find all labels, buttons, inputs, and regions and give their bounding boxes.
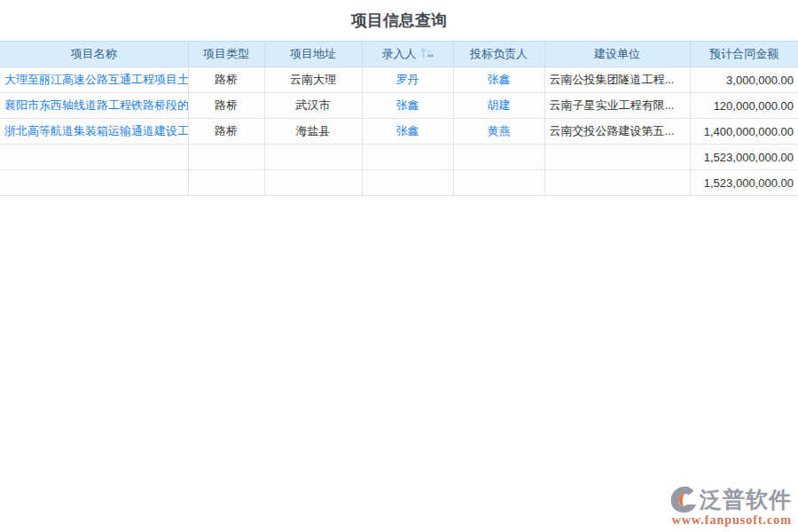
col-header-label: 投标负责人 bbox=[470, 47, 528, 60]
col-header-project-type[interactable]: 项目类型 bbox=[188, 42, 264, 67]
bid-manager-cell: 胡建 bbox=[453, 93, 544, 119]
entry-person-cell: 张鑫 bbox=[362, 119, 453, 145]
empty-cell bbox=[0, 170, 188, 196]
project-type-cell: 路桥 bbox=[188, 93, 264, 119]
empty-cell bbox=[362, 145, 453, 170]
project-type-cell: 路桥 bbox=[188, 119, 264, 145]
empty-cell bbox=[188, 145, 264, 170]
col-header-label: 项目名称 bbox=[71, 47, 117, 60]
project-name-cell: 浙北高等航道集装箱运输通道建设工 bbox=[0, 119, 188, 145]
empty-cell bbox=[362, 170, 453, 196]
bid-manager-link[interactable]: 胡建 bbox=[488, 98, 511, 112]
table-row: 大理至丽江高速公路互通工程项目土 路桥 云南大理 罗丹 张鑫 云南公投集团隧道工… bbox=[0, 67, 798, 93]
col-header-construction-unit[interactable]: 建设单位 bbox=[544, 42, 690, 67]
amount-cell: 3,000,000.00 bbox=[690, 67, 798, 93]
project-info-table: 项目名称 项目类型 项目地址 录入人 投标负责人 建设单位 bbox=[0, 41, 798, 196]
total-row: 1,523,000,000.00 bbox=[0, 170, 798, 196]
project-name-cell: 大理至丽江高速公路互通工程项目土 bbox=[0, 67, 188, 93]
project-address-cell: 海盐县 bbox=[264, 119, 362, 145]
col-header-label: 预计合同金额 bbox=[709, 47, 778, 60]
empty-cell bbox=[0, 145, 188, 170]
project-name-link[interactable]: 大理至丽江高速公路互通工程项目土 bbox=[4, 73, 188, 86]
col-header-label: 录入人 bbox=[382, 47, 417, 60]
bid-manager-link[interactable]: 黄燕 bbox=[488, 124, 511, 137]
project-name-cell: 襄阳市东西轴线道路工程铁路桥段的 bbox=[0, 93, 188, 119]
col-header-project-address[interactable]: 项目地址 bbox=[264, 42, 362, 67]
col-header-label: 项目地址 bbox=[290, 47, 336, 60]
table-row: 襄阳市东西轴线道路工程铁路桥段的 路桥 武汉市 张鑫 胡建 云南子星实业工程有限… bbox=[0, 93, 798, 119]
brand-logo-row: 泛普软件 bbox=[653, 485, 792, 514]
bid-manager-link[interactable]: 张鑫 bbox=[488, 73, 511, 86]
amount-cell: 120,000,000.00 bbox=[690, 93, 798, 119]
construction-unit-cell: 云南子星实业工程有限... bbox=[544, 93, 690, 119]
project-address-cell: 武汉市 bbox=[264, 93, 362, 119]
brand-website-link[interactable]: www.fanpusoft.com bbox=[653, 513, 792, 528]
col-header-label: 建设单位 bbox=[594, 47, 640, 60]
bid-manager-cell: 张鑫 bbox=[453, 67, 544, 93]
col-header-label: 项目类型 bbox=[203, 47, 249, 60]
project-name-link[interactable]: 襄阳市东西轴线道路工程铁路桥段的 bbox=[4, 98, 188, 112]
empty-cell bbox=[453, 170, 544, 196]
col-header-bid-manager[interactable]: 投标负责人 bbox=[453, 42, 544, 67]
project-address-cell: 云南大理 bbox=[264, 67, 362, 93]
col-header-estimated-contract-amount[interactable]: 预计合同金额 bbox=[690, 42, 798, 67]
project-name-link[interactable]: 浙北高等航道集装箱运输通道建设工 bbox=[4, 124, 188, 137]
empty-cell bbox=[264, 145, 362, 170]
total-amount: 1,523,000,000.00 bbox=[690, 170, 798, 196]
table-header-row: 项目名称 项目类型 项目地址 录入人 投标负责人 建设单位 bbox=[0, 42, 798, 67]
subtotal-row: 1,523,000,000.00 bbox=[0, 145, 798, 170]
brand-watermark: 泛普软件 www.fanpusoft.com bbox=[653, 485, 792, 528]
fanpu-logo-icon bbox=[669, 485, 698, 514]
amount-cell: 1,400,000,000.00 bbox=[690, 119, 798, 145]
entry-person-link[interactable]: 张鑫 bbox=[396, 124, 419, 137]
brand-name: 泛普软件 bbox=[700, 487, 792, 513]
empty-cell bbox=[188, 170, 264, 196]
table-row: 浙北高等航道集装箱运输通道建设工 路桥 海盐县 张鑫 黄燕 云南交投公路建设第五… bbox=[0, 119, 798, 145]
col-header-entry-person[interactable]: 录入人 bbox=[362, 42, 453, 67]
entry-person-link[interactable]: 罗丹 bbox=[396, 73, 419, 86]
col-header-project-name[interactable]: 项目名称 bbox=[0, 42, 188, 67]
entry-person-cell: 张鑫 bbox=[362, 93, 453, 119]
construction-unit-cell: 云南交投公路建设第五... bbox=[544, 119, 690, 145]
empty-cell bbox=[544, 145, 690, 170]
empty-cell bbox=[453, 145, 544, 170]
entry-person-link[interactable]: 张鑫 bbox=[396, 98, 419, 112]
entry-person-cell: 罗丹 bbox=[362, 67, 453, 93]
empty-cell bbox=[264, 170, 362, 196]
subtotal-amount: 1,523,000,000.00 bbox=[690, 145, 798, 170]
page-title: 项目信息查询 bbox=[0, 10, 798, 31]
empty-cell bbox=[544, 170, 690, 196]
sort-ascending-icon[interactable] bbox=[420, 47, 434, 59]
project-type-cell: 路桥 bbox=[188, 67, 264, 93]
bid-manager-cell: 黄燕 bbox=[453, 119, 544, 145]
construction-unit-cell: 云南公投集团隧道工程... bbox=[544, 67, 690, 93]
